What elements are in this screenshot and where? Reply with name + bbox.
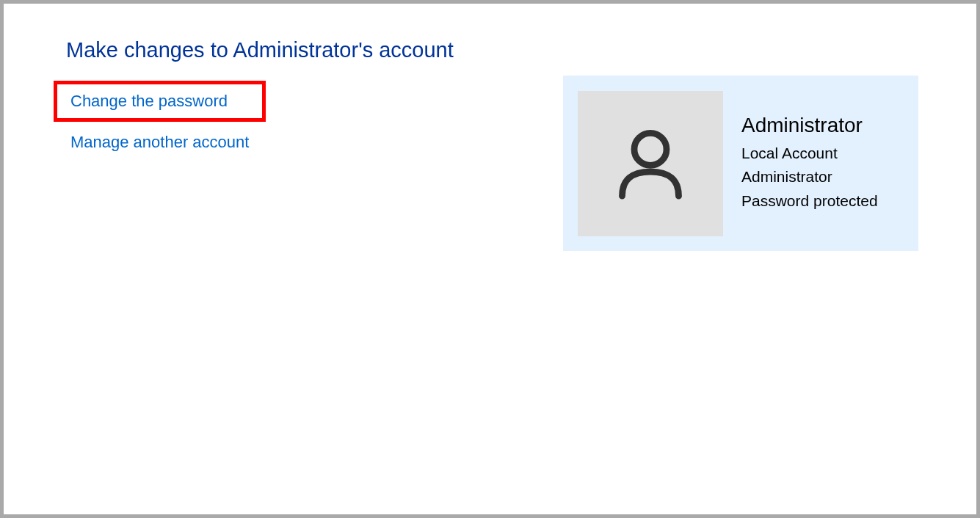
account-info: Administrator Local Account Administrato… <box>741 114 878 214</box>
manage-another-account-link[interactable]: Manage another account <box>54 122 266 163</box>
account-card: Administrator Local Account Administrato… <box>563 76 918 251</box>
account-protection: Password protected <box>741 189 878 214</box>
account-name: Administrator <box>741 114 878 137</box>
svg-point-0 <box>634 133 667 165</box>
account-role: Administrator <box>741 165 878 189</box>
avatar <box>578 91 723 236</box>
account-type: Local Account <box>741 142 878 166</box>
account-settings-panel: Make changes to Administrator's account … <box>4 4 976 514</box>
page-title: Make changes to Administrator's account <box>66 38 454 62</box>
user-icon <box>610 122 691 205</box>
action-link-list: Change the password Manage another accou… <box>54 81 266 163</box>
change-password-link[interactable]: Change the password <box>54 81 266 122</box>
